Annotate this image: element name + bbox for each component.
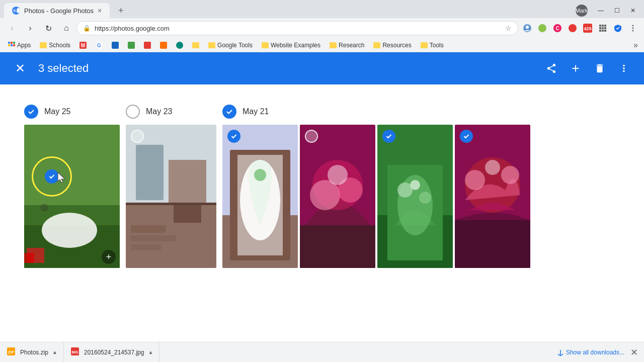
extension-icon2[interactable]: C bbox=[550, 21, 565, 35]
bookmark-icon1[interactable]: M bbox=[75, 41, 91, 50]
bookmark-google-tools-label: Google Tools bbox=[217, 42, 253, 49]
svg-rect-48 bbox=[169, 160, 206, 205]
deselect-button[interactable]: ✕ bbox=[10, 58, 30, 78]
download-bar: ZIP Photos.zip ▲ IMG 20160524_214537.jpg… bbox=[0, 342, 644, 362]
svg-rect-49 bbox=[174, 203, 201, 223]
active-tab[interactable]: Photos - Google Photos × bbox=[4, 3, 110, 18]
profile-icon[interactable] bbox=[520, 21, 534, 35]
address-bar[interactable]: 🔒 https://photos.google.com ☆ bbox=[76, 21, 518, 35]
group-select-may21[interactable] bbox=[222, 105, 236, 119]
back-button[interactable]: ‹ bbox=[4, 20, 20, 36]
bookmark-icon3[interactable] bbox=[124, 41, 139, 50]
toolbar-icons: C 429 bbox=[520, 21, 640, 35]
group-block-may23: May 23 bbox=[126, 105, 216, 268]
bookmark-schools[interactable]: Schools bbox=[36, 41, 74, 50]
photos-content: May 25 bbox=[0, 84, 644, 347]
bookmarks-more-button[interactable]: » bbox=[631, 41, 640, 50]
photo-thumb-5[interactable] bbox=[377, 125, 453, 268]
photo-check-3[interactable] bbox=[227, 130, 240, 143]
svg-text:M: M bbox=[81, 43, 85, 48]
close-download-bar-button[interactable]: ✕ bbox=[630, 347, 638, 358]
close-button[interactable]: ✕ bbox=[626, 4, 640, 18]
home-button[interactable]: ⌂ bbox=[58, 20, 74, 36]
bookmark-research-label: Research bbox=[339, 42, 364, 49]
group-select-may23[interactable] bbox=[126, 105, 140, 119]
shield-icon[interactable] bbox=[611, 21, 625, 35]
header-actions bbox=[541, 58, 634, 78]
extension-icon3[interactable] bbox=[566, 21, 580, 35]
svg-rect-23 bbox=[11, 42, 13, 44]
bookmark-icon2[interactable] bbox=[108, 41, 123, 50]
share-button[interactable] bbox=[541, 58, 561, 78]
bookmark-tools[interactable]: Tools bbox=[417, 41, 448, 50]
title-bar: Photos - Google Photos × + Mark — ☐ ✕ bbox=[0, 0, 644, 18]
bookmark-website-examples-label: Website Examples bbox=[271, 42, 320, 49]
selection-header: ✕ 3 selected bbox=[0, 52, 644, 84]
bookmark-research[interactable]: Research bbox=[326, 41, 368, 50]
tab-close-button[interactable]: × bbox=[98, 7, 102, 15]
folder-icon bbox=[40, 42, 47, 48]
add-to-album-button[interactable] bbox=[566, 58, 586, 78]
nav-bar: ‹ › ↻ ⌂ 🔒 https://photos.google.com ☆ C … bbox=[0, 18, 644, 38]
bookmark-google[interactable]: G bbox=[92, 41, 107, 50]
photo-check-4[interactable] bbox=[305, 130, 318, 143]
tabs-area: Photos - Google Photos × + bbox=[4, 3, 128, 18]
svg-rect-22 bbox=[8, 42, 10, 44]
delete-button[interactable] bbox=[590, 58, 610, 78]
photo-thumb-4[interactable] bbox=[300, 125, 375, 268]
bookmark-folder-plain[interactable] bbox=[188, 41, 203, 49]
bookmark-google-tools[interactable]: Google Tools bbox=[204, 41, 257, 50]
photo-check-5[interactable] bbox=[382, 130, 395, 143]
forward-button[interactable]: › bbox=[22, 20, 38, 36]
user-avatar: Mark bbox=[576, 5, 588, 17]
download-item-2[interactable]: IMG 20160524_214537.jpg ▲ bbox=[64, 342, 159, 362]
group-select-may25[interactable] bbox=[24, 105, 38, 119]
photo-thumb-6[interactable] bbox=[455, 125, 530, 268]
svg-point-36 bbox=[176, 42, 183, 49]
svg-rect-61 bbox=[300, 225, 375, 268]
show-all-downloads-link[interactable]: Show all downloads... bbox=[557, 349, 624, 356]
extension-icon1[interactable] bbox=[535, 21, 549, 35]
bookmark-icon6[interactable] bbox=[172, 41, 187, 50]
zoom-button-1[interactable]: + bbox=[102, 250, 116, 264]
group-date-may25: May 25 bbox=[44, 107, 70, 116]
bookmark-resources[interactable]: Resources bbox=[369, 41, 415, 50]
photo-thumb-3[interactable] bbox=[222, 125, 298, 268]
reload-button[interactable]: ↻ bbox=[40, 20, 56, 36]
svg-point-7 bbox=[569, 24, 577, 32]
photo-check-2[interactable] bbox=[131, 130, 144, 143]
bookmark-star-icon[interactable]: ☆ bbox=[505, 24, 512, 32]
svg-rect-27 bbox=[13, 44, 15, 46]
menu-button[interactable] bbox=[626, 21, 640, 35]
tab-favicon bbox=[12, 7, 20, 15]
minimize-button[interactable]: — bbox=[594, 4, 608, 18]
bookmark-resources-label: Resources bbox=[382, 42, 411, 49]
bookmark-apps[interactable]: Apps bbox=[4, 41, 35, 50]
folder-icon2 bbox=[192, 42, 199, 48]
window-controls: Mark — ☐ ✕ bbox=[576, 4, 640, 18]
photo-checkmark-1[interactable] bbox=[45, 169, 59, 184]
bookmark-website-examples[interactable]: Website Examples bbox=[258, 41, 325, 50]
extension-icon4[interactable]: 429 bbox=[581, 21, 595, 35]
group-header-may25: May 25 bbox=[24, 105, 120, 119]
svg-text:ZIP: ZIP bbox=[8, 350, 15, 354]
download-item-1[interactable]: ZIP Photos.zip ▲ bbox=[0, 342, 64, 362]
svg-text:G: G bbox=[97, 43, 101, 48]
download-chevron-1[interactable]: ▲ bbox=[52, 349, 57, 355]
bookmark-icon5[interactable] bbox=[156, 41, 171, 50]
more-options-button[interactable] bbox=[614, 58, 634, 78]
folder-icon5 bbox=[330, 42, 337, 48]
photo-thumb-1[interactable]: + bbox=[24, 125, 120, 268]
photos-app: ✕ 3 selected bbox=[0, 52, 644, 347]
maximize-button[interactable]: ☐ bbox=[610, 4, 624, 18]
svg-rect-26 bbox=[11, 44, 13, 46]
photo-check-6[interactable] bbox=[460, 130, 473, 143]
photo-thumb-2[interactable] bbox=[126, 125, 216, 268]
folder-icon7 bbox=[421, 42, 428, 48]
apps-grid-icon[interactable] bbox=[596, 21, 610, 35]
bookmark-icon4[interactable] bbox=[140, 41, 155, 50]
download-right-actions: Show all downloads... ✕ bbox=[551, 347, 644, 358]
download-chevron-2[interactable]: ▲ bbox=[148, 349, 153, 355]
svg-rect-17 bbox=[602, 30, 604, 32]
new-tab-button[interactable]: + bbox=[114, 4, 128, 18]
